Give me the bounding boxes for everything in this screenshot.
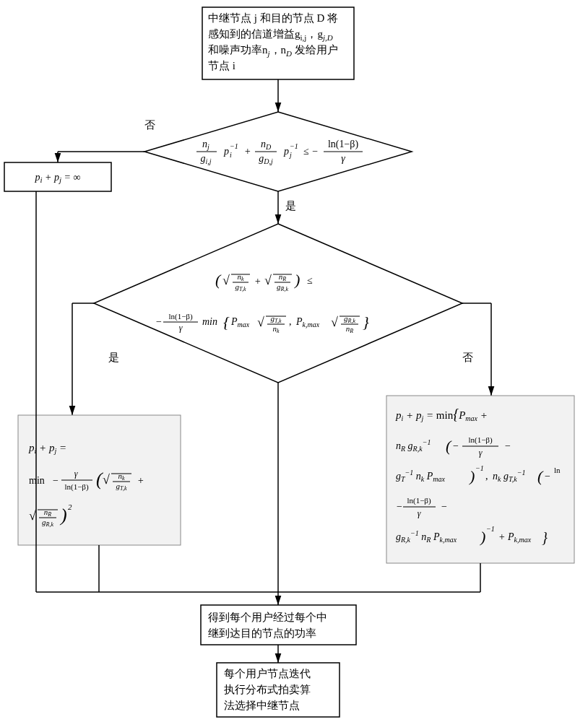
svg-text:}: } (542, 529, 548, 545)
svg-text:min: min (202, 316, 217, 327)
svg-text:i: i (230, 151, 232, 159)
cond1-no-label: 否 (144, 119, 155, 131)
svg-text:γ: γ (479, 448, 483, 458)
svg-text:ln(1−β): ln(1−β) (468, 435, 493, 445)
svg-text:−1: −1 (230, 142, 238, 150)
cond2-no-label: 否 (462, 352, 473, 363)
svg-text:−1: −1 (290, 142, 298, 150)
cond2-yes-label: 是 (108, 352, 119, 363)
svg-text:,: , (289, 316, 292, 327)
svg-text:√: √ (222, 273, 230, 287)
svg-text:,: , (485, 471, 488, 482)
svg-text:√: √ (257, 315, 264, 329)
svg-text:−: − (441, 501, 447, 512)
start-line4: 节点 i (208, 60, 235, 71)
svg-text:p: p (283, 146, 289, 157)
svg-text:γ: γ (74, 469, 78, 479)
svg-text:−: − (155, 316, 162, 327)
svg-text:): ) (468, 467, 475, 485)
svg-text:+: + (137, 475, 144, 486)
flowchart-svg: 中继节点 j 和目的节点 D 将 感知到的信道增益gi,j，gj,D 和噪声功率… (0, 0, 588, 722)
cond2-diamond (94, 224, 462, 383)
svg-text:γ: γ (179, 323, 183, 333)
cond1-diamond (144, 112, 412, 191)
auction-line3: 法选择中继节点 (224, 700, 300, 711)
power-line2: 继到达目的节点的功率 (208, 627, 316, 639)
svg-text:ln(1−β): ln(1−β) (64, 482, 89, 492)
svg-text:+: + (254, 276, 261, 287)
svg-text:+: + (244, 146, 251, 157)
svg-text:−: − (544, 471, 550, 482)
svg-text:ln(1−β): ln(1−β) (328, 139, 359, 150)
svg-text:≤ −: ≤ − (303, 146, 319, 157)
svg-text:√: √ (264, 273, 272, 287)
svg-text:}: } (363, 313, 369, 331)
svg-text:p: p (223, 146, 229, 157)
svg-text:γ: γ (341, 153, 345, 164)
svg-text:−: − (452, 440, 459, 451)
auction-line2: 执行分布式拍卖算 (224, 684, 311, 695)
svg-text:): ) (479, 528, 485, 546)
svg-text:−1: −1 (486, 525, 495, 533)
svg-text:ln(1−β): ln(1−β) (407, 496, 431, 505)
svg-text:{: { (223, 313, 230, 331)
svg-text:ln(1−β): ln(1−β) (168, 312, 193, 321)
svg-text:√: √ (29, 508, 36, 523)
svg-text:pi + pj =: pi + pj = (28, 442, 66, 455)
start-line1: 中继节点 j 和目的节点 D 将 (208, 12, 338, 24)
svg-text:min: min (29, 475, 45, 486)
svg-text:−: − (396, 501, 402, 512)
power-line1: 得到每个用户经过每个中 (208, 612, 327, 623)
svg-text:2: 2 (68, 503, 72, 511)
svg-text:−1: −1 (475, 464, 484, 472)
svg-text:): ) (59, 505, 67, 526)
svg-text:≤: ≤ (307, 275, 313, 286)
svg-text:√: √ (331, 315, 338, 329)
svg-text:): ) (293, 271, 300, 289)
svg-text:−: − (504, 440, 511, 451)
svg-text:√: √ (103, 472, 110, 487)
svg-text:ln: ln (554, 466, 561, 474)
auction-line1: 每个用户节点迭代 (224, 668, 311, 679)
cond1-yes-label: 是 (285, 200, 296, 212)
svg-text:−: − (52, 475, 59, 486)
svg-text:γ: γ (418, 508, 421, 518)
